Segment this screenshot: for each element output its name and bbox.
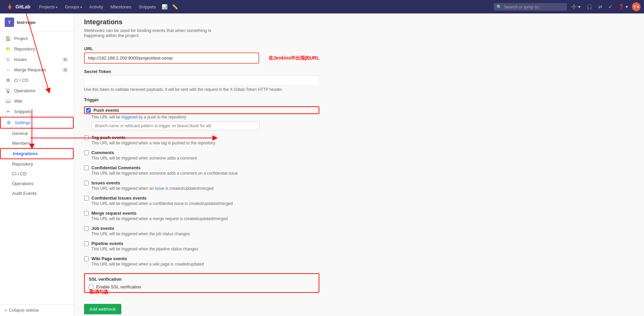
nav-graph-icon[interactable]: 📊	[160, 3, 169, 11]
tag-push-events-label: Tag push events	[91, 135, 126, 140]
sidebar-item-project[interactable]: 🏠 Project	[0, 33, 74, 44]
tag-push-events-container: Tag push events	[84, 135, 319, 140]
nav-activity[interactable]: Activity	[86, 2, 107, 11]
form-section: URL 在Jenkins中出现的URL Secret Token Use thi…	[84, 46, 319, 314]
sidebar-item-label: Settings	[15, 120, 31, 125]
issues-icon: ⚠	[5, 57, 11, 62]
pipeline-events-label: Pipeline events	[91, 241, 123, 246]
search-icon: 🔍	[496, 4, 502, 9]
nav-milestones[interactable]: Milestones	[107, 2, 135, 11]
trigger-wiki-page-events: Wiki Page events This URL will be trigge…	[84, 256, 319, 267]
plus-icon[interactable]: ➕ ▾	[569, 3, 582, 11]
sidebar-item-snippets[interactable]: ✂ Snippets	[0, 106, 74, 117]
ssl-box: SSL verification Enable SSL verification	[84, 273, 319, 293]
pipeline-events-checkbox[interactable]	[84, 241, 89, 246]
trigger-comments: Comments This URL will be triggered when…	[84, 150, 319, 161]
annotation-ssl-cn: 取消勾选	[89, 289, 108, 295]
sidebar-item-repository[interactable]: 📁 Repository	[0, 44, 74, 54]
collapse-sidebar-button[interactable]: « Collapse sidebar	[0, 304, 74, 316]
sidebar-subitem-repository[interactable]: Repository	[0, 159, 74, 169]
comments-label: Comments	[91, 150, 114, 155]
push-events-link[interactable]: triggered	[122, 115, 137, 119]
comments-checkbox[interactable]	[84, 150, 89, 155]
brand-logo[interactable]: GitLab	[3, 3, 33, 10]
ssl-row: Enable SSL verification	[89, 284, 315, 289]
sidebar-subitem-integrations[interactable]: Integrations	[0, 148, 74, 159]
merge-icon[interactable]: ⇄	[596, 3, 604, 11]
issues-link[interactable]: issue	[155, 186, 164, 191]
project-name: test-repo	[17, 20, 36, 25]
issues-events-checkbox[interactable]	[84, 181, 89, 185]
issues-events-label: Issues events	[91, 180, 120, 185]
chevron-left-icon: «	[5, 308, 7, 313]
url-row: 在Jenkins中出现的URL	[84, 52, 319, 64]
tag-push-events-checkbox[interactable]	[84, 135, 89, 140]
sidebar-subitem-members[interactable]: Members	[0, 138, 74, 148]
confidential-issues-checkbox[interactable]	[84, 196, 89, 201]
nav-snippets[interactable]: Snippets	[135, 2, 159, 11]
confidential-issues-container: Confidential Issues events	[84, 196, 319, 201]
navbar: GitLab Projects Groups Activity Mileston…	[0, 0, 644, 13]
ssl-title: SSL verification	[89, 277, 315, 282]
sidebar-subitem-audit-events[interactable]: Audit Events	[0, 188, 74, 198]
sidebar-item-merge-requests[interactable]: ↔ Merge Requests 0	[0, 65, 74, 75]
pipeline-events-container: Pipeline events	[84, 241, 319, 246]
url-group: URL 在Jenkins中出现的URL	[84, 46, 319, 64]
ssl-label: Enable SSL verification	[96, 284, 141, 289]
help-icon[interactable]: ❓ ▾	[616, 3, 630, 11]
page-title: Integrations	[84, 18, 634, 26]
project-header[interactable]: T test-repo	[0, 13, 74, 31]
trigger-pipeline-events: Pipeline events This URL will be trigger…	[84, 241, 319, 251]
add-webhook-button[interactable]: Add webhook	[84, 304, 121, 314]
nav-groups[interactable]: Groups	[62, 2, 85, 11]
trigger-merge-request-events: Merge request events This URL will be tr…	[84, 211, 319, 221]
nav-projects[interactable]: Projects	[36, 2, 61, 11]
settings-icon: ⚙	[6, 120, 11, 125]
sidebar-subitem-cicd[interactable]: CI / CD	[0, 169, 74, 179]
push-events-checkbox[interactable]	[86, 108, 91, 113]
comments-desc: This URL will be triggered when someone …	[91, 156, 319, 161]
sidebar-item-issues[interactable]: ⚠ Issues 0	[0, 54, 74, 65]
main-content: 进入到我们需要扫描的那个项目下 Administrator › test-rep…	[74, 0, 644, 316]
comments-container: Comments	[84, 150, 319, 155]
snippets-icon: ✂	[5, 109, 11, 114]
navbar-right: 🔍 ➕ ▾ 🎧 ⇄ ✓ ❓ ▾ T ▾	[494, 2, 641, 11]
confidential-comments-label: Confidential Comments	[91, 165, 140, 170]
issues-badge: 0	[62, 57, 68, 62]
pipeline-events-desc: This URL will be triggered when the pipe…	[91, 247, 319, 251]
sidebar-item-operations[interactable]: 📡 Operations	[0, 85, 74, 96]
job-events-label: Job events	[91, 226, 114, 231]
todo-icon[interactable]: ✓	[606, 3, 614, 11]
wiki-page-container: Wiki Page events	[84, 256, 319, 261]
job-events-checkbox[interactable]	[84, 226, 89, 231]
branch-input[interactable]	[91, 121, 259, 130]
confidential-comments-checkbox[interactable]	[84, 166, 89, 170]
headphones-icon[interactable]: 🎧	[585, 3, 594, 11]
wiki-page-desc: This URL will be triggered when a wiki p…	[91, 262, 319, 267]
repository-icon: 📁	[5, 46, 11, 51]
url-input[interactable]	[84, 52, 259, 64]
sidebar-menu: 🏠 Project 📁 Repository ⚠ Issues 0 ↔ Merg…	[0, 31, 74, 304]
annotation-url-cn: 在Jenkins中出现的URL	[269, 55, 319, 61]
trigger-confidential-comments: Confidential Comments This URL will be t…	[84, 165, 319, 176]
sidebar-item-settings[interactable]: ⚙ Settings	[0, 117, 74, 129]
avatar[interactable]: T ▾	[632, 2, 641, 11]
secret-token-input[interactable]	[84, 75, 319, 86]
sidebar-item-cicd[interactable]: ⚙ CI / CD	[0, 75, 74, 85]
nav-menu: Projects Groups Activity Milestones Snip…	[36, 2, 180, 11]
merge-request-desc: This URL will be triggered when a merge …	[91, 216, 319, 221]
sidebar-item-label: Snippets	[14, 109, 31, 114]
push-events-label: Push events	[93, 108, 119, 113]
secret-token-label: Secret Token	[84, 69, 319, 74]
trigger-confidential-issues: Confidential Issues events This URL will…	[84, 196, 319, 206]
merge-request-checkbox[interactable]	[84, 211, 89, 216]
search-bar[interactable]: 🔍	[494, 3, 567, 11]
nav-pen-icon[interactable]: ✏️	[170, 3, 180, 11]
sidebar-subitem-general[interactable]: General	[0, 129, 74, 138]
search-input[interactable]	[504, 4, 564, 9]
sidebar-item-wiki[interactable]: 📖 Wiki	[0, 96, 74, 106]
sidebar-item-label: Wiki	[14, 99, 23, 104]
ssl-checkbox[interactable]	[89, 285, 93, 289]
sidebar-subitem-operations[interactable]: Operations	[0, 179, 74, 188]
wiki-page-checkbox[interactable]	[84, 256, 89, 261]
